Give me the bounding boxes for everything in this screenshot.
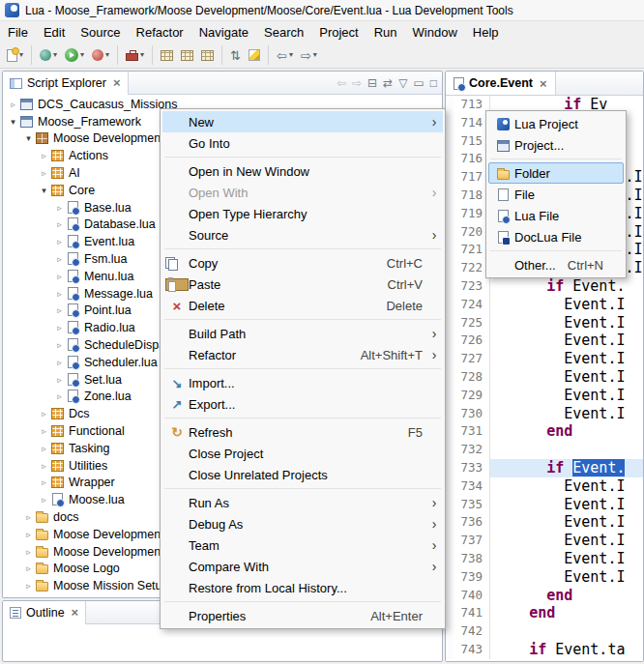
tab-core-event[interactable]: Core.Event × — [446, 72, 556, 95]
annotation-ruler[interactable] — [446, 296, 454, 314]
open-table-button-1[interactable] — [158, 44, 176, 66]
code-text[interactable]: end — [490, 587, 643, 605]
close-icon[interactable]: × — [111, 75, 121, 90]
context-menu-item-open-in-new-window[interactable]: Open in New Window — [162, 160, 443, 182]
collapsed-arrow-icon[interactable]: ▹ — [38, 168, 50, 178]
annotation-ruler[interactable] — [446, 622, 454, 641]
collapsed-arrow-icon[interactable]: ▹ — [53, 340, 66, 350]
menubar-item-edit[interactable]: Edit — [36, 21, 73, 43]
context-menu-item-copy[interactable]: CopyCtrl+C — [162, 252, 443, 274]
annotation-ruler[interactable] — [446, 422, 454, 441]
code-text[interactable]: if Event. — [490, 459, 643, 477]
code-text[interactable]: Event.I — [490, 513, 643, 532]
code-text[interactable]: Event.I — [490, 368, 643, 387]
code-text[interactable]: Event.I — [490, 387, 643, 405]
context-menu-item-close-unrelated-projects[interactable]: Close Unrelated Projects — [162, 464, 443, 485]
annotation-ruler[interactable] — [446, 496, 454, 514]
context-menu-item-open-with[interactable]: Open With› — [162, 182, 443, 203]
new-wizard-button[interactable]: ▾ — [4, 44, 26, 66]
collapse-all-icon[interactable]: ⊟ — [367, 76, 377, 90]
annotation-ruler[interactable] — [446, 387, 454, 405]
code-text[interactable]: if Event.ta — [490, 641, 643, 659]
menubar-item-source[interactable]: Source — [73, 21, 128, 43]
expanded-arrow-icon[interactable]: ▾ — [22, 133, 35, 143]
debug-button[interactable]: ▾ — [37, 44, 60, 66]
annotation-ruler[interactable] — [446, 132, 454, 151]
annotation-ruler[interactable] — [446, 259, 454, 277]
collapsed-arrow-icon[interactable]: ▹ — [22, 512, 35, 522]
context-menu-item-properties[interactable]: PropertiesAlt+Enter — [162, 605, 443, 626]
collapsed-arrow-icon[interactable]: ▹ — [53, 237, 66, 246]
tab-script-explorer[interactable]: Script Explorer × — [3, 72, 129, 95]
collapsed-arrow-icon[interactable]: ▹ — [53, 219, 66, 229]
context-menu-item-compare-with[interactable]: Compare With› — [162, 556, 443, 577]
maximize-icon[interactable]: □ — [430, 76, 437, 90]
external-tools-button-dropdown-icon[interactable]: ▾ — [140, 51, 144, 59]
menubar-item-run[interactable]: Run — [366, 21, 405, 43]
collapsed-arrow-icon[interactable]: ▹ — [53, 305, 66, 315]
collapsed-arrow-icon[interactable]: ▹ — [53, 375, 66, 385]
collapsed-arrow-icon[interactable]: ▹ — [38, 151, 50, 160]
annotation-ruler[interactable] — [446, 459, 454, 477]
run-button-dropdown-icon[interactable]: ▾ — [80, 51, 84, 59]
coverage-button-dropdown-icon[interactable]: ▾ — [105, 51, 109, 59]
code-text[interactable] — [490, 441, 643, 459]
annotation-ruler[interactable] — [446, 332, 454, 350]
menubar-item-navigate[interactable]: Navigate — [191, 21, 256, 43]
code-text[interactable]: end — [490, 604, 643, 622]
collapsed-arrow-icon[interactable]: ▹ — [38, 461, 50, 471]
annotation-ruler[interactable] — [446, 350, 454, 368]
collapsed-arrow-icon[interactable]: ▹ — [53, 203, 66, 213]
new-submenu-item-folder[interactable]: Folder — [488, 162, 624, 184]
context-menu-item-source[interactable]: Source› — [162, 224, 443, 245]
tab-outline[interactable]: Outline × — [3, 601, 86, 624]
expanded-arrow-icon[interactable]: ▾ — [7, 117, 19, 127]
annotation-ruler[interactable] — [446, 241, 454, 259]
code-text[interactable]: end — [490, 422, 643, 441]
context-menu-item-export[interactable]: ↗Export... — [162, 393, 443, 415]
open-table-button-3[interactable] — [198, 44, 217, 66]
annotation-ruler[interactable] — [446, 150, 454, 168]
collapsed-arrow-icon[interactable]: ▹ — [53, 289, 66, 299]
code-text[interactable]: Event.I — [490, 296, 643, 314]
collapsed-arrow-icon[interactable]: ▹ — [22, 563, 35, 573]
run-button[interactable]: ▾ — [62, 44, 87, 66]
context-menu-item-go-into[interactable]: Go Into — [162, 132, 443, 154]
context-menu-item-refresh[interactable]: ↻RefreshF5 — [162, 421, 443, 443]
new-submenu-item-other[interactable]: Other...Ctrl+N — [488, 254, 624, 275]
collapsed-arrow-icon[interactable]: ▹ — [22, 547, 35, 557]
new-wizard-button-dropdown-icon[interactable]: ▾ — [19, 51, 23, 59]
external-tools-button[interactable]: ▾ — [123, 44, 147, 66]
new-submenu-item-lua-project[interactable]: Lua Project — [488, 113, 624, 134]
collapsed-arrow-icon[interactable]: ▹ — [53, 323, 66, 332]
mark-occurrences-button[interactable] — [246, 44, 263, 66]
new-submenu-item-project[interactable]: Project... — [488, 134, 624, 156]
collapsed-arrow-icon[interactable]: ▹ — [38, 409, 50, 419]
context-menu-item-team[interactable]: Team› — [162, 534, 443, 556]
new-submenu-item-lua-file[interactable]: Lua File — [488, 205, 624, 226]
context-menu-item-close-project[interactable]: Close Project — [162, 443, 443, 464]
link-with-editor-icon[interactable]: ⇄ — [383, 76, 393, 90]
back-icon[interactable]: ⇦ — [337, 76, 346, 90]
annotation-ruler[interactable] — [446, 223, 454, 242]
annotation-ruler[interactable] — [446, 205, 454, 223]
close-icon[interactable]: × — [70, 605, 79, 620]
coverage-button[interactable]: ▾ — [89, 44, 112, 66]
annotation-ruler[interactable] — [446, 604, 454, 622]
annotation-ruler[interactable] — [446, 114, 454, 132]
context-menu-item-open-type-hierarchy[interactable]: Open Type Hierarchy — [162, 203, 443, 224]
back-button[interactable]: ⇦▾ — [274, 44, 296, 66]
open-table-button-2[interactable] — [178, 44, 196, 66]
forward-icon[interactable]: ⇨ — [352, 76, 362, 90]
annotation-ruler[interactable] — [446, 587, 454, 605]
code-text[interactable]: if Event. — [490, 277, 643, 296]
annotation-ruler[interactable] — [446, 187, 454, 205]
annotation-ruler[interactable] — [446, 532, 454, 550]
collapsed-arrow-icon[interactable]: ▹ — [53, 272, 66, 281]
annotation-ruler[interactable] — [446, 168, 454, 187]
context-menu-item-delete[interactable]: ×DeleteDelete — [162, 295, 443, 316]
annotation-ruler[interactable] — [446, 477, 454, 496]
annotation-ruler[interactable] — [446, 96, 454, 114]
menubar-item-project[interactable]: Project — [311, 21, 366, 43]
context-menu-item-run-as[interactable]: Run As› — [162, 492, 443, 513]
